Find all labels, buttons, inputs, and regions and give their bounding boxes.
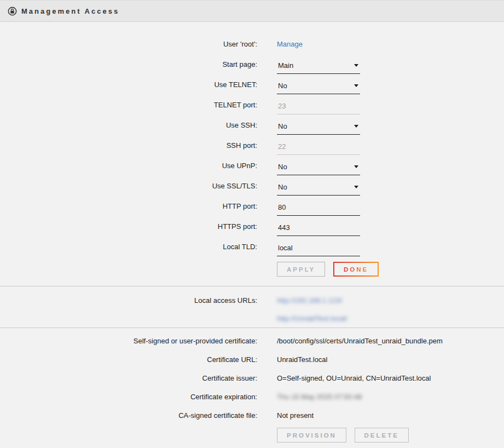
- use-upnp-label: Use UPnP:: [0, 162, 257, 175]
- cert-row-expiration: Certificate expiration: Thu 15 May 2025 …: [0, 387, 504, 406]
- ssh-port-input: 22: [277, 142, 360, 155]
- page-header: Management Access: [0, 0, 504, 22]
- use-ssh-select[interactable]: No: [277, 122, 360, 135]
- cert-row-issuer: Certificate issuer: O=Self-signed, OU=Un…: [0, 369, 504, 387]
- form-row-use-ssh: Use SSH: No: [0, 114, 504, 135]
- form-row-user-root: User 'root': Manage: [0, 33, 504, 54]
- cert-issuer-value: O=Self-signed, OU=Unraid, CN=UnraidTest.…: [277, 374, 504, 382]
- cert-bundle-label: Self-signed or user-provided certificate…: [0, 337, 257, 345]
- form-row-start-page: Start page: Main: [0, 54, 504, 74]
- cert-url-label: Certificate URL:: [0, 355, 257, 364]
- cert-row-bundle: Self-signed or user-provided certificate…: [0, 331, 504, 350]
- chevron-down-icon: [354, 64, 358, 67]
- manage-link[interactable]: Manage: [277, 40, 303, 54]
- cert-url-value: UnraidTest.local: [277, 355, 504, 364]
- form-row-http-port: HTTP port: 80: [0, 196, 504, 216]
- local-access-url-1[interactable]: http://192.168.1.123/: [277, 296, 342, 305]
- certificate-buttons-row: PROVISION DELETE: [0, 428, 504, 443]
- form-row-use-upnp: Use UPnP: No: [0, 155, 504, 175]
- chevron-down-icon: [354, 165, 358, 168]
- cert-row-ca-file: CA-signed certificate file: Not present: [0, 406, 504, 424]
- ca-file-value: Not present: [277, 411, 504, 420]
- delete-button[interactable]: DELETE: [355, 428, 409, 443]
- http-port-input[interactable]: 80: [277, 203, 360, 216]
- https-port-input[interactable]: 443: [277, 223, 360, 236]
- lock-circle-icon: [8, 7, 17, 16]
- apply-button[interactable]: APPLY: [277, 262, 325, 277]
- local-access-row-1: Local access URLs: http://192.168.1.123/: [0, 291, 504, 309]
- local-access-url-2[interactable]: http://UnraidTest.local/: [277, 314, 347, 323]
- form-row-local-tld: Local TLD: local: [0, 236, 504, 256]
- cert-row-url: Certificate URL: UnraidTest.local: [0, 350, 504, 369]
- form-row-https-port: HTTPS port: 443: [0, 216, 504, 236]
- cert-expiration-label: Certificate expiration:: [0, 393, 257, 401]
- ssh-port-label: SSH port:: [0, 141, 257, 155]
- local-access-row-2: http://UnraidTest.local/: [0, 309, 504, 328]
- start-page-select[interactable]: Main: [277, 61, 360, 74]
- form-row-use-telnet: Use TELNET: No: [0, 74, 504, 94]
- telnet-port-input: 23: [277, 102, 360, 114]
- local-tld-label: Local TLD:: [0, 243, 257, 256]
- chevron-down-icon: [354, 125, 358, 128]
- form-row-use-ssl: Use SSL/TLS: No: [0, 175, 504, 196]
- provision-button[interactable]: PROVISION: [277, 428, 346, 443]
- cert-bundle-value: /boot/config/ssl/certs/UnraidTest_unraid…: [277, 337, 504, 345]
- form-row-telnet-port: TELNET port: 23: [0, 94, 504, 114]
- form-row-ssh-port: SSH port: 22: [0, 135, 504, 155]
- management-access-form: User 'root': Manage Start page: Main Use…: [0, 22, 504, 277]
- use-telnet-select[interactable]: No: [277, 82, 360, 94]
- http-port-label: HTTP port:: [0, 202, 257, 216]
- chevron-down-icon: [354, 84, 358, 87]
- cert-expiration-value: Thu 15 May 2025 07:50:48: [277, 393, 362, 401]
- local-access-section: Local access URLs: http://192.168.1.123/…: [0, 286, 504, 328]
- local-tld-input[interactable]: local: [277, 244, 360, 256]
- form-buttons-row: APPLY DONE: [0, 262, 504, 277]
- certificate-section: Self-signed or user-provided certificate…: [0, 328, 504, 448]
- https-port-label: HTTPS port:: [0, 222, 257, 236]
- start-page-label: Start page:: [0, 60, 257, 74]
- use-upnp-select[interactable]: No: [277, 163, 360, 175]
- cert-issuer-label: Certificate issuer:: [0, 374, 257, 382]
- page-title: Management Access: [21, 7, 119, 15]
- local-access-label: Local access URLs:: [0, 296, 257, 305]
- chevron-down-icon: [354, 186, 358, 188]
- ca-file-label: CA-signed certificate file:: [0, 411, 257, 420]
- telnet-port-label: TELNET port:: [0, 101, 257, 114]
- use-ssh-label: Use SSH:: [0, 121, 257, 135]
- done-button[interactable]: DONE: [333, 262, 379, 277]
- user-root-label: User 'root':: [0, 40, 257, 54]
- use-ssl-select[interactable]: No: [277, 183, 360, 196]
- use-telnet-label: Use TELNET:: [0, 81, 257, 94]
- use-ssl-label: Use SSL/TLS:: [0, 182, 257, 196]
